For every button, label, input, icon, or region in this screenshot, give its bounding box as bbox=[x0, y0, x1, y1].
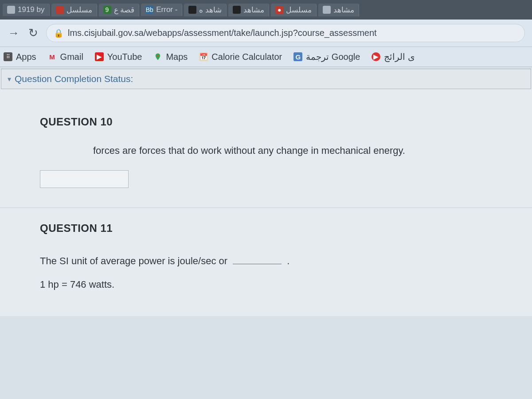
tab-favicon-icon bbox=[7, 6, 15, 14]
tab-label: Error - bbox=[156, 5, 177, 14]
bookmark-trending[interactable]: ▶ ى الرائج bbox=[372, 51, 415, 62]
reload-icon[interactable]: ↻ bbox=[27, 26, 40, 40]
bookmark-label: Gmail bbox=[60, 52, 83, 62]
question-label: QUESTION 10 bbox=[40, 116, 492, 128]
bookmark-label: Apps bbox=[16, 52, 36, 62]
bookmark-calorie-calculator[interactable]: 📅 Calorie Calculator bbox=[199, 52, 282, 62]
browser-tab[interactable]: ● مسلسل bbox=[271, 4, 317, 16]
calculator-icon: 📅 bbox=[199, 52, 208, 61]
question-text-part: . bbox=[284, 255, 289, 266]
browser-tab[interactable]: شاهد ه bbox=[184, 4, 227, 16]
browser-tab[interactable]: مسلسل bbox=[51, 4, 97, 16]
question-text-line2: 1 hp = 746 watts. bbox=[40, 279, 114, 290]
question-text: forces are forces that do work without a… bbox=[40, 143, 492, 158]
bookmark-label: Calorie Calculator bbox=[211, 52, 282, 62]
tab-favicon-icon bbox=[188, 6, 196, 14]
questions-area: QUESTION 10 forces are forces that do wo… bbox=[0, 89, 532, 316]
question-text-part: The SI unit of average power is joule/se… bbox=[40, 255, 230, 266]
answer-input-q10[interactable] bbox=[40, 170, 129, 188]
tab-label: مشاهد bbox=[243, 5, 264, 15]
bookmark-google-translate[interactable]: G ترجمة Google bbox=[293, 51, 360, 62]
maps-icon bbox=[153, 52, 162, 61]
tab-label: مشاهد bbox=[333, 5, 354, 15]
tab-label: قصة ع bbox=[114, 5, 135, 15]
bookmarks-bar: ⠿ Apps M Gmail ▶ YouTube Maps 📅 Calorie … bbox=[0, 47, 532, 67]
browser-tab[interactable]: 9 قصة ع bbox=[99, 4, 140, 16]
question-label: QUESTION 11 bbox=[40, 222, 492, 235]
blank-line bbox=[233, 264, 282, 264]
url-text: lms.cisjubail.gov.sa/webapps/assessment/… bbox=[68, 28, 377, 38]
bookmark-label: Maps bbox=[166, 52, 188, 62]
tab-favicon-icon bbox=[323, 6, 331, 14]
page-content: ▾ Question Completion Status: QUESTION 1… bbox=[0, 69, 532, 316]
browser-tabs-bar: 1919 by مسلسل 9 قصة ع Bb Error - شاهد ه … bbox=[0, 0, 532, 20]
bookmark-label: ى الرائج bbox=[384, 51, 415, 62]
bookmark-label: ترجمة Google bbox=[306, 51, 360, 62]
bookmark-gmail[interactable]: M Gmail bbox=[48, 52, 83, 62]
tab-favicon-icon: ● bbox=[275, 6, 283, 14]
tab-label: 1919 by bbox=[18, 5, 45, 14]
forward-icon[interactable]: → bbox=[7, 26, 20, 40]
bookmark-maps[interactable]: Maps bbox=[153, 52, 188, 62]
question-completion-status[interactable]: ▾ Question Completion Status: bbox=[1, 69, 531, 89]
address-bar-row: → ↻ 🔒 lms.cisjubail.gov.sa/webapps/asses… bbox=[0, 20, 532, 47]
youtube-icon: ▶ bbox=[95, 52, 104, 61]
browser-tab[interactable]: مشاهد bbox=[318, 4, 359, 16]
tab-label: مسلسل bbox=[286, 5, 312, 15]
trending-icon: ▶ bbox=[372, 52, 380, 61]
bookmark-youtube[interactable]: ▶ YouTube bbox=[95, 52, 142, 62]
question-10: QUESTION 10 forces are forces that do wo… bbox=[0, 102, 532, 208]
tab-favicon-icon: 9 bbox=[103, 6, 111, 14]
browser-tab[interactable]: 1919 by bbox=[3, 4, 50, 16]
tab-favicon-icon bbox=[233, 6, 241, 14]
browser-tab[interactable]: Bb Error - bbox=[141, 4, 182, 16]
chevron-down-icon: ▾ bbox=[8, 75, 11, 83]
apps-icon: ⠿ bbox=[4, 52, 12, 61]
question-text: The SI unit of average power is joule/se… bbox=[40, 250, 492, 297]
tab-label: مسلسل bbox=[66, 5, 92, 15]
tab-favicon-icon bbox=[56, 6, 64, 14]
svg-point-0 bbox=[157, 55, 159, 57]
address-bar[interactable]: 🔒 lms.cisjubail.gov.sa/webapps/assessmen… bbox=[46, 24, 525, 42]
question-11: QUESTION 11 The SI unit of average power… bbox=[0, 208, 532, 316]
gmail-icon: M bbox=[48, 52, 57, 61]
google-translate-icon: G bbox=[293, 52, 302, 61]
tab-label: شاهد ه bbox=[199, 5, 222, 15]
bookmark-label: YouTube bbox=[107, 52, 142, 62]
lock-icon: 🔒 bbox=[54, 28, 63, 38]
bookmark-apps[interactable]: ⠿ Apps bbox=[4, 52, 36, 62]
status-label: Question Completion Status: bbox=[15, 74, 133, 84]
browser-tab[interactable]: مشاهد bbox=[228, 4, 269, 16]
tab-favicon-icon: Bb bbox=[145, 6, 153, 14]
